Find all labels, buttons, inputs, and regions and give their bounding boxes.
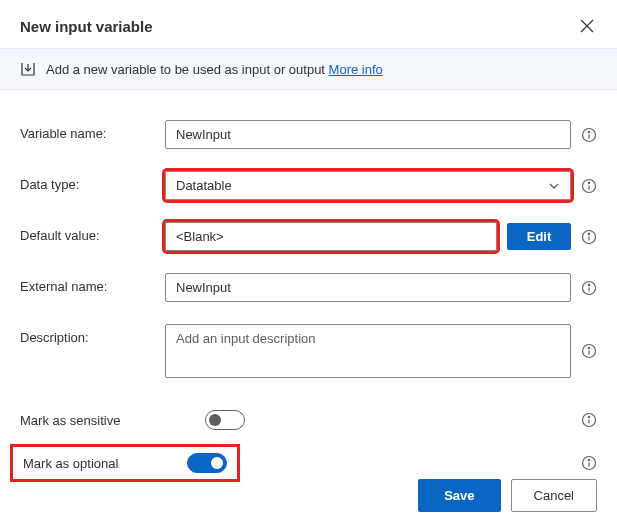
download-icon	[20, 61, 36, 77]
dialog-footer: Save Cancel	[418, 479, 597, 512]
data-type-select[interactable]: Datatable	[165, 171, 571, 200]
info-bar-text: Add a new variable to be used as input o…	[46, 62, 383, 77]
mark-optional-highlight: Mark as optional	[10, 444, 240, 482]
info-icon[interactable]	[581, 343, 597, 359]
row-default-value: Default value: <Blank> Edit	[20, 222, 597, 251]
more-info-link[interactable]: More info	[329, 62, 383, 77]
info-icon[interactable]	[581, 455, 597, 471]
dialog-title: New input variable	[20, 18, 153, 35]
svg-point-5	[588, 233, 589, 234]
label-mark-sensitive: Mark as sensitive	[20, 413, 180, 428]
svg-point-7	[588, 284, 589, 285]
row-mark-optional: Mark as optional	[0, 430, 617, 482]
mark-optional-toggle[interactable]	[187, 453, 227, 473]
label-mark-optional: Mark as optional	[23, 456, 173, 471]
form-area: Variable name: Data type: Datatable Defa…	[0, 90, 617, 378]
row-data-type: Data type: Datatable	[20, 171, 597, 200]
info-bar: Add a new variable to be used as input o…	[0, 48, 617, 90]
dialog-header: New input variable	[0, 0, 617, 48]
cancel-button[interactable]: Cancel	[511, 479, 597, 512]
svg-point-11	[588, 416, 589, 417]
chevron-down-icon	[548, 180, 560, 192]
save-button[interactable]: Save	[418, 479, 500, 512]
data-type-value: Datatable	[176, 178, 232, 193]
default-value-box: <Blank>	[165, 222, 497, 251]
row-mark-sensitive: Mark as sensitive	[0, 400, 617, 430]
row-variable-name: Variable name:	[20, 120, 597, 149]
close-icon	[580, 19, 594, 33]
info-icon[interactable]	[581, 229, 597, 245]
label-data-type: Data type:	[20, 171, 155, 192]
toggle-knob	[211, 457, 223, 469]
info-icon[interactable]	[581, 412, 597, 428]
mark-sensitive-toggle[interactable]	[205, 410, 245, 430]
svg-point-1	[588, 131, 589, 132]
label-variable-name: Variable name:	[20, 120, 155, 141]
external-name-input[interactable]	[165, 273, 571, 302]
label-description: Description:	[20, 324, 155, 345]
description-input[interactable]	[165, 324, 571, 378]
label-default-value: Default value:	[20, 222, 155, 243]
row-external-name: External name:	[20, 273, 597, 302]
row-description: Description:	[20, 324, 597, 378]
info-icon[interactable]	[581, 178, 597, 194]
info-icon[interactable]	[581, 280, 597, 296]
label-external-name: External name:	[20, 273, 155, 294]
close-button[interactable]	[575, 14, 599, 38]
edit-button[interactable]: Edit	[507, 223, 571, 250]
svg-point-13	[588, 459, 589, 460]
svg-point-3	[588, 182, 589, 183]
variable-name-input[interactable]	[165, 120, 571, 149]
info-icon[interactable]	[581, 127, 597, 143]
toggle-knob	[209, 414, 221, 426]
svg-point-9	[588, 347, 589, 348]
